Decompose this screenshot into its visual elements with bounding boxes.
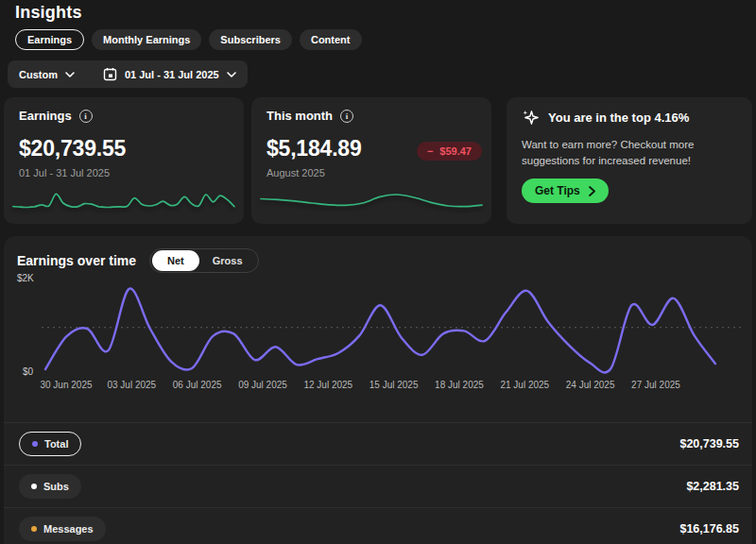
page-title: Insights <box>15 3 82 23</box>
tips-body: Want to earn more? Checkout more suggest… <box>522 137 741 168</box>
x-tick-label: 30 Jun 2025 <box>40 380 92 390</box>
minus-icon: − <box>427 145 433 157</box>
x-tick-label: 15 Jul 2025 <box>369 380 419 390</box>
this-month-sparkline <box>259 182 484 218</box>
earnings-over-time-card: Earnings over time Net Gross $2K $0 30 J… <box>4 236 752 544</box>
legend-pill-subs[interactable]: Subs <box>19 474 81 499</box>
earnings-line-chart: $2K $0 30 Jun 202503 Jul 202506 Jul 2025… <box>4 272 752 393</box>
chart-legend: Total $20,739.55 Subs $2,281.35 Messages… <box>4 422 752 544</box>
this-month-period: August 2025 <box>266 167 476 178</box>
tab-subscribers[interactable]: Subscribers <box>209 29 292 50</box>
earnings-amount: $20,739.55 <box>19 136 229 162</box>
legend-pill-messages[interactable]: Messages <box>19 517 106 541</box>
subs-dot-icon <box>31 484 37 489</box>
tab-content[interactable]: Content <box>300 29 362 50</box>
x-tick-label: 18 Jul 2025 <box>435 380 484 390</box>
summary-cards: Earnings i $20,739.55 01 Jul - 31 Jul 20… <box>4 97 752 224</box>
info-icon[interactable]: i <box>340 110 353 123</box>
chart-plot <box>4 272 752 393</box>
legend-pill-total[interactable]: Total <box>19 432 81 456</box>
chevron-down-icon <box>65 72 75 77</box>
earnings-sparkline <box>11 182 236 218</box>
preset-select-value[interactable]: Custom <box>19 69 58 80</box>
earnings-card: Earnings i $20,739.55 01 Jul - 31 Jul 20… <box>4 97 244 224</box>
legend-value-total: $20,739.55 <box>679 437 739 450</box>
legend-value-messages: $16,176.85 <box>679 522 739 536</box>
filter-bar: Custom 01 Jul - 31 Jul 2025 <box>8 60 248 88</box>
tips-headline: You are in the top 4.16% <box>548 110 689 125</box>
toggle-gross[interactable]: Gross <box>199 250 256 271</box>
x-tick-label: 21 Jul 2025 <box>500 380 549 390</box>
get-tips-button[interactable]: Get Tips <box>522 178 609 203</box>
toggle-net[interactable]: Net <box>152 250 199 271</box>
delta-badge: − $59.47 <box>417 142 482 161</box>
x-tick-label: 27 Jul 2025 <box>631 380 680 390</box>
date-filter-control[interactable]: Custom 01 Jul - 31 Jul 2025 <box>8 60 248 88</box>
earnings-period: 01 Jul - 31 Jul 2025 <box>19 167 229 178</box>
chevron-down-icon <box>227 72 236 77</box>
date-range-value[interactable]: 01 Jul - 31 Jul 2025 <box>125 69 219 80</box>
legend-value-subs: $2,281.35 <box>686 480 739 493</box>
tab-bar: Earnings Monthly Earnings Subscribers Co… <box>15 29 362 50</box>
legend-row-total: Total $20,739.55 <box>4 422 752 465</box>
sparkle-icon <box>522 109 540 127</box>
messages-dot-icon <box>31 526 37 532</box>
earnings-card-title: Earnings <box>19 109 72 123</box>
this-month-card: This month i $5,184.89 August 2025 − $59… <box>251 97 491 224</box>
legend-row-messages: Messages $16,176.85 <box>4 507 752 544</box>
info-icon[interactable]: i <box>79 110 93 123</box>
y-axis-label-max: $2K <box>17 273 34 283</box>
tab-earnings[interactable]: Earnings <box>15 29 84 50</box>
x-tick-label: 03 Jul 2025 <box>107 380 156 390</box>
delta-amount: $59.47 <box>439 145 472 157</box>
x-tick-label: 06 Jul 2025 <box>173 380 222 390</box>
chevron-right-icon <box>589 186 595 196</box>
calendar-icon <box>103 67 117 81</box>
y-axis-label-min: $0 <box>23 366 33 377</box>
legend-row-subs: Subs $2,281.35 <box>4 465 752 507</box>
x-tick-label: 24 Jul 2025 <box>566 380 615 390</box>
tips-card: You are in the top 4.16% Want to earn mo… <box>507 97 752 224</box>
this-month-card-title: This month <box>266 109 333 123</box>
total-dot-icon <box>32 441 38 447</box>
chart-title: Earnings over time <box>17 253 136 268</box>
tab-monthly-earnings[interactable]: Monthly Earnings <box>92 29 201 50</box>
x-tick-label: 12 Jul 2025 <box>303 380 352 390</box>
x-tick-label: 09 Jul 2025 <box>238 380 287 390</box>
net-gross-toggle: Net Gross <box>149 248 259 273</box>
